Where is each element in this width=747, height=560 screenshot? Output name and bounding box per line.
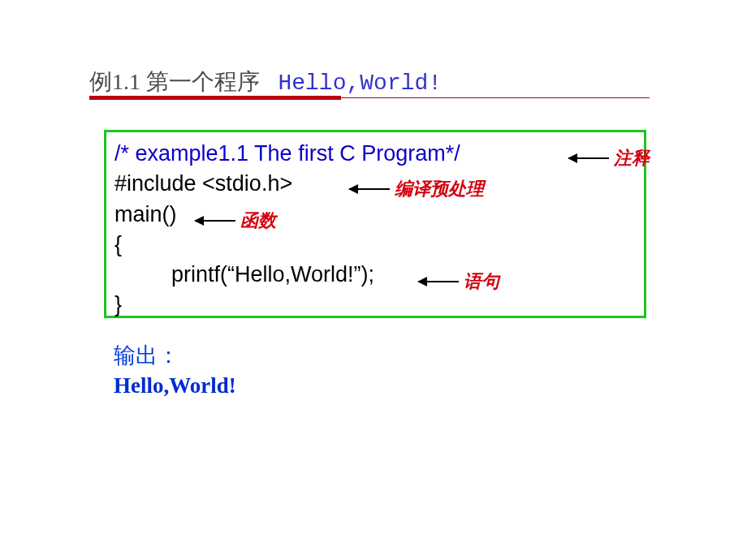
- annotation-preprocess: 编译预处理: [349, 177, 484, 201]
- slide-title: 例1.1 第一个程序 Hello,World!: [89, 67, 658, 97]
- annotation-function-label: 函数: [240, 209, 276, 233]
- arrow-left-icon: [349, 188, 390, 190]
- annotation-statement-label: 语句: [464, 269, 499, 294]
- code-line-brace-close: }: [114, 290, 636, 320]
- title-underline-thin: [341, 97, 650, 98]
- annotation-comment: 注释: [568, 146, 650, 170]
- arrow-left-icon: [418, 281, 459, 282]
- code-line-comment: /* example1.1 The first C Program*/: [114, 139, 636, 169]
- output-label: 输出：: [114, 341, 236, 370]
- arrow-left-icon: [195, 220, 235, 222]
- annotation-statement: 语句: [418, 269, 499, 294]
- code-box: /* example1.1 The first C Program*/ #inc…: [104, 130, 646, 318]
- output-area: 输出： Hello,World!: [114, 341, 236, 398]
- code-printf-text: printf(“Hello,World!”);: [171, 262, 374, 286]
- annotation-comment-label: 注释: [614, 146, 650, 170]
- code-line-main: main(): [114, 200, 636, 230]
- output-value: Hello,World!: [114, 373, 236, 398]
- title-underline-thick: [89, 96, 341, 100]
- annotation-function: 函数: [195, 209, 276, 233]
- code-comment-text: /* example1.1 The first C Program*/: [114, 141, 460, 166]
- arrow-left-icon: [568, 157, 609, 159]
- code-line-printf: printf(“Hello,World!”);: [114, 260, 636, 290]
- code-line-brace-open: {: [114, 230, 636, 260]
- annotation-preprocess-label: 编译预处理: [395, 177, 484, 201]
- title-prefix: 例1.1 第一个程序: [89, 69, 260, 94]
- slide-container: 例1.1 第一个程序 Hello,World! /* example1.1 Th…: [0, 0, 747, 560]
- title-suffix: Hello,World!: [278, 71, 442, 96]
